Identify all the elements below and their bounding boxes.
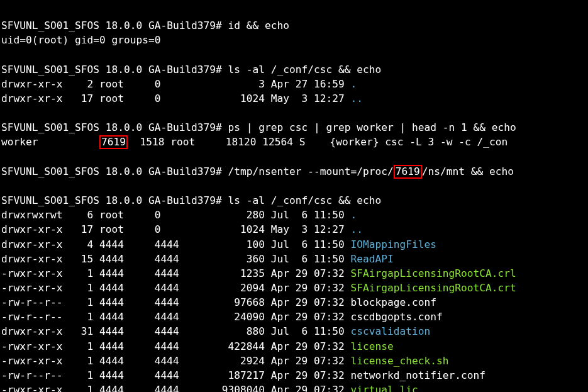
ls2-row: -rw-r--r-- 1 4444 4444 187217 Apr 29 07:… (1, 369, 351, 381)
ls2-row: -rwxr-xr-x 1 4444 4444 1235 Apr 29 07:32 (1, 267, 351, 279)
ls2-row: -rwxr-xr-x 1 4444 4444 2924 Apr 29 07:32 (1, 355, 351, 367)
pid-highlight: 7619 (99, 135, 128, 149)
ls2-row: -rwxr-xr-x 1 4444 4444 9308040 Apr 29 07… (1, 384, 351, 392)
cmd-nsenter-pre: /tmp/nsenter --mount=/proc/ (228, 165, 394, 177)
ps-pre: worker (1, 136, 99, 148)
output-id: uid=0(root) gid=0 groups=0 (1, 34, 160, 46)
ls2-row: drwxrwxrwt 6 root 0 280 Jul 6 11:50 (1, 209, 351, 221)
prompt: SFVUNL_SO01_SFOS 18.0.0 GA-Build379# (1, 121, 228, 133)
filename: ReadAPI (351, 253, 394, 265)
cmd-nsenter-post: /ns/mnt && echo (422, 165, 514, 177)
ls2-row: -rwxr-xr-x 1 4444 4444 2094 Apr 29 07:32 (1, 282, 351, 294)
ls2-row: -rw-r--r-- 1 4444 4444 97668 Apr 29 07:3… (1, 296, 351, 308)
cmd-ls-2: ls -al /_conf/csc && echo (228, 194, 382, 206)
ls2-row: drwxr-xr-x 17 root 0 1024 May 3 12:27 (1, 223, 351, 235)
prompt: SFVUNL_SO01_SFOS 18.0.0 GA-Build379# (1, 165, 228, 177)
terminal[interactable]: SFVUNL_SO01_SFOS 18.0.0 GA-Build379# id … (0, 0, 588, 392)
dir-dotdot: .. (351, 92, 363, 104)
filename: .. (351, 223, 363, 235)
ls2-row: drwxr-xr-x 31 4444 4444 880 Jul 6 11:50 (1, 325, 351, 337)
filename: cscvalidation (351, 325, 431, 337)
ls2-row: drwxr-xr-x 4 4444 4444 100 Jul 6 11:50 (1, 238, 351, 250)
ps-post: 1518 root 18120 12564 S {worker} csc -L … (128, 136, 508, 148)
ls2-row: -rw-r--r-- 1 4444 4444 24090 Apr 29 07:3… (1, 311, 351, 323)
filename: virtual_lic (351, 384, 418, 392)
filename: networkd_notifier.conf (351, 369, 485, 381)
filename: blockpage.conf (351, 296, 436, 308)
filename: IOMappingFiles (351, 238, 436, 250)
prompt: SFVUNL_SO01_SFOS 18.0.0 GA-Build379# (1, 20, 228, 31)
filename: . (351, 209, 357, 221)
ls1-row: drwxr-xr-x 2 root 0 3 Apr 27 16:59 (1, 78, 351, 90)
dir-dot: . (351, 78, 357, 90)
cmd-ps: ps | grep csc | grep worker | head -n 1 … (228, 121, 516, 133)
filename: SFAirgapLicensingRootCA.crl (351, 267, 516, 279)
cmd-ls-1: ls -al /_conf/csc && echo (228, 64, 382, 76)
filename: cscdbgopts.conf (351, 311, 443, 323)
ls2-row: drwxr-xr-x 15 4444 4444 360 Jul 6 11:50 (1, 253, 351, 265)
filename: license_check.sh (351, 355, 449, 367)
prompt: SFVUNL_SO01_SFOS 18.0.0 GA-Build379# (1, 64, 228, 76)
cmd-id: id && echo (228, 20, 289, 31)
ls2-row: -rwxr-xr-x 1 4444 4444 422844 Apr 29 07:… (1, 340, 351, 352)
ls1-row: drwxr-xr-x 17 root 0 1024 May 3 12:27 (1, 92, 351, 104)
pid-highlight: 7619 (394, 165, 422, 179)
filename: SFAirgapLicensingRootCA.crt (351, 282, 516, 294)
filename: license (351, 340, 394, 352)
prompt: SFVUNL_SO01_SFOS 18.0.0 GA-Build379# (1, 194, 228, 206)
